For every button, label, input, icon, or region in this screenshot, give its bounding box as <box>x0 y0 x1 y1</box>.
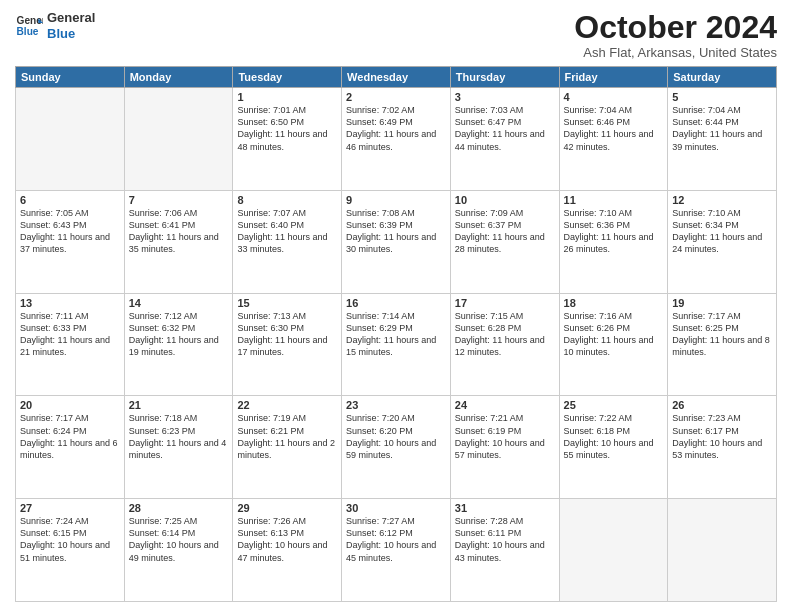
cell-info: Sunrise: 7:15 AM Sunset: 6:28 PM Dayligh… <box>455 310 555 359</box>
day-number: 2 <box>346 91 446 103</box>
table-row: 20Sunrise: 7:17 AM Sunset: 6:24 PM Dayli… <box>16 396 125 499</box>
logo-line2: Blue <box>47 26 95 42</box>
table-row: 31Sunrise: 7:28 AM Sunset: 6:11 PM Dayli… <box>450 499 559 602</box>
table-row: 7Sunrise: 7:06 AM Sunset: 6:41 PM Daylig… <box>124 190 233 293</box>
calendar-week-row: 20Sunrise: 7:17 AM Sunset: 6:24 PM Dayli… <box>16 396 777 499</box>
table-row: 17Sunrise: 7:15 AM Sunset: 6:28 PM Dayli… <box>450 293 559 396</box>
day-number: 3 <box>455 91 555 103</box>
calendar: Sunday Monday Tuesday Wednesday Thursday… <box>15 66 777 602</box>
table-row: 3Sunrise: 7:03 AM Sunset: 6:47 PM Daylig… <box>450 88 559 191</box>
cell-info: Sunrise: 7:02 AM Sunset: 6:49 PM Dayligh… <box>346 104 446 153</box>
table-row: 6Sunrise: 7:05 AM Sunset: 6:43 PM Daylig… <box>16 190 125 293</box>
day-number: 14 <box>129 297 229 309</box>
cell-info: Sunrise: 7:28 AM Sunset: 6:11 PM Dayligh… <box>455 515 555 564</box>
day-number: 19 <box>672 297 772 309</box>
page: General Blue General Blue October 2024 A… <box>0 0 792 612</box>
col-monday: Monday <box>124 67 233 88</box>
cell-info: Sunrise: 7:03 AM Sunset: 6:47 PM Dayligh… <box>455 104 555 153</box>
day-number: 5 <box>672 91 772 103</box>
month-title: October 2024 <box>574 10 777 45</box>
col-sunday: Sunday <box>16 67 125 88</box>
table-row: 27Sunrise: 7:24 AM Sunset: 6:15 PM Dayli… <box>16 499 125 602</box>
col-saturday: Saturday <box>668 67 777 88</box>
table-row: 26Sunrise: 7:23 AM Sunset: 6:17 PM Dayli… <box>668 396 777 499</box>
day-number: 16 <box>346 297 446 309</box>
cell-info: Sunrise: 7:26 AM Sunset: 6:13 PM Dayligh… <box>237 515 337 564</box>
cell-info: Sunrise: 7:08 AM Sunset: 6:39 PM Dayligh… <box>346 207 446 256</box>
cell-info: Sunrise: 7:22 AM Sunset: 6:18 PM Dayligh… <box>564 412 664 461</box>
table-row: 28Sunrise: 7:25 AM Sunset: 6:14 PM Dayli… <box>124 499 233 602</box>
table-row <box>16 88 125 191</box>
cell-info: Sunrise: 7:11 AM Sunset: 6:33 PM Dayligh… <box>20 310 120 359</box>
col-tuesday: Tuesday <box>233 67 342 88</box>
day-number: 31 <box>455 502 555 514</box>
day-number: 9 <box>346 194 446 206</box>
cell-info: Sunrise: 7:14 AM Sunset: 6:29 PM Dayligh… <box>346 310 446 359</box>
table-row: 10Sunrise: 7:09 AM Sunset: 6:37 PM Dayli… <box>450 190 559 293</box>
logo: General Blue General Blue <box>15 10 95 41</box>
day-number: 17 <box>455 297 555 309</box>
table-row: 8Sunrise: 7:07 AM Sunset: 6:40 PM Daylig… <box>233 190 342 293</box>
day-number: 13 <box>20 297 120 309</box>
calendar-week-row: 27Sunrise: 7:24 AM Sunset: 6:15 PM Dayli… <box>16 499 777 602</box>
table-row: 14Sunrise: 7:12 AM Sunset: 6:32 PM Dayli… <box>124 293 233 396</box>
cell-info: Sunrise: 7:25 AM Sunset: 6:14 PM Dayligh… <box>129 515 229 564</box>
cell-info: Sunrise: 7:18 AM Sunset: 6:23 PM Dayligh… <box>129 412 229 461</box>
table-row: 13Sunrise: 7:11 AM Sunset: 6:33 PM Dayli… <box>16 293 125 396</box>
location: Ash Flat, Arkansas, United States <box>574 45 777 60</box>
table-row: 19Sunrise: 7:17 AM Sunset: 6:25 PM Dayli… <box>668 293 777 396</box>
table-row: 21Sunrise: 7:18 AM Sunset: 6:23 PM Dayli… <box>124 396 233 499</box>
table-row: 1Sunrise: 7:01 AM Sunset: 6:50 PM Daylig… <box>233 88 342 191</box>
day-number: 12 <box>672 194 772 206</box>
day-number: 23 <box>346 399 446 411</box>
day-number: 30 <box>346 502 446 514</box>
day-number: 8 <box>237 194 337 206</box>
cell-info: Sunrise: 7:05 AM Sunset: 6:43 PM Dayligh… <box>20 207 120 256</box>
table-row: 22Sunrise: 7:19 AM Sunset: 6:21 PM Dayli… <box>233 396 342 499</box>
cell-info: Sunrise: 7:19 AM Sunset: 6:21 PM Dayligh… <box>237 412 337 461</box>
cell-info: Sunrise: 7:27 AM Sunset: 6:12 PM Dayligh… <box>346 515 446 564</box>
table-row: 16Sunrise: 7:14 AM Sunset: 6:29 PM Dayli… <box>342 293 451 396</box>
logo-icon: General Blue <box>15 12 43 40</box>
day-number: 27 <box>20 502 120 514</box>
day-number: 22 <box>237 399 337 411</box>
svg-text:Blue: Blue <box>17 25 39 36</box>
table-row: 18Sunrise: 7:16 AM Sunset: 6:26 PM Dayli… <box>559 293 668 396</box>
calendar-week-row: 13Sunrise: 7:11 AM Sunset: 6:33 PM Dayli… <box>16 293 777 396</box>
table-row: 29Sunrise: 7:26 AM Sunset: 6:13 PM Dayli… <box>233 499 342 602</box>
table-row: 9Sunrise: 7:08 AM Sunset: 6:39 PM Daylig… <box>342 190 451 293</box>
day-number: 6 <box>20 194 120 206</box>
cell-info: Sunrise: 7:12 AM Sunset: 6:32 PM Dayligh… <box>129 310 229 359</box>
day-number: 20 <box>20 399 120 411</box>
cell-info: Sunrise: 7:10 AM Sunset: 6:34 PM Dayligh… <box>672 207 772 256</box>
calendar-week-row: 1Sunrise: 7:01 AM Sunset: 6:50 PM Daylig… <box>16 88 777 191</box>
day-number: 29 <box>237 502 337 514</box>
day-number: 25 <box>564 399 664 411</box>
cell-info: Sunrise: 7:04 AM Sunset: 6:46 PM Dayligh… <box>564 104 664 153</box>
col-wednesday: Wednesday <box>342 67 451 88</box>
day-number: 28 <box>129 502 229 514</box>
cell-info: Sunrise: 7:10 AM Sunset: 6:36 PM Dayligh… <box>564 207 664 256</box>
table-row <box>559 499 668 602</box>
table-row: 2Sunrise: 7:02 AM Sunset: 6:49 PM Daylig… <box>342 88 451 191</box>
cell-info: Sunrise: 7:09 AM Sunset: 6:37 PM Dayligh… <box>455 207 555 256</box>
cell-info: Sunrise: 7:23 AM Sunset: 6:17 PM Dayligh… <box>672 412 772 461</box>
table-row: 5Sunrise: 7:04 AM Sunset: 6:44 PM Daylig… <box>668 88 777 191</box>
col-thursday: Thursday <box>450 67 559 88</box>
table-row: 15Sunrise: 7:13 AM Sunset: 6:30 PM Dayli… <box>233 293 342 396</box>
table-row <box>668 499 777 602</box>
col-friday: Friday <box>559 67 668 88</box>
table-row: 4Sunrise: 7:04 AM Sunset: 6:46 PM Daylig… <box>559 88 668 191</box>
cell-info: Sunrise: 7:17 AM Sunset: 6:25 PM Dayligh… <box>672 310 772 359</box>
calendar-week-row: 6Sunrise: 7:05 AM Sunset: 6:43 PM Daylig… <box>16 190 777 293</box>
day-number: 15 <box>237 297 337 309</box>
day-number: 7 <box>129 194 229 206</box>
day-number: 11 <box>564 194 664 206</box>
day-number: 26 <box>672 399 772 411</box>
cell-info: Sunrise: 7:01 AM Sunset: 6:50 PM Dayligh… <box>237 104 337 153</box>
cell-info: Sunrise: 7:16 AM Sunset: 6:26 PM Dayligh… <box>564 310 664 359</box>
table-row: 11Sunrise: 7:10 AM Sunset: 6:36 PM Dayli… <box>559 190 668 293</box>
day-number: 4 <box>564 91 664 103</box>
table-row: 30Sunrise: 7:27 AM Sunset: 6:12 PM Dayli… <box>342 499 451 602</box>
table-row <box>124 88 233 191</box>
